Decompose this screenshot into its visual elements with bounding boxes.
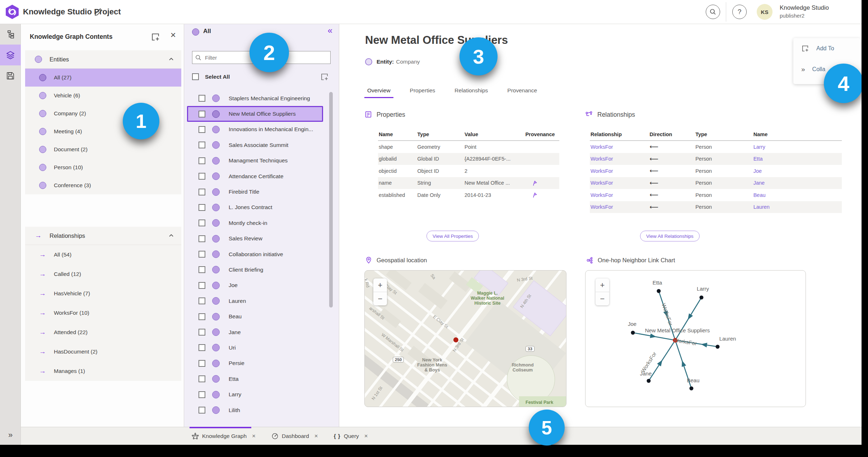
entity-type-row[interactable]: Person (10) xyxy=(25,158,181,176)
related-entity-link[interactable]: Larry xyxy=(753,144,842,150)
entity-location-marker[interactable] xyxy=(453,337,458,342)
relationship-type-row[interactable]: → Attended (22) xyxy=(25,323,181,342)
avatar[interactable]: KS xyxy=(757,4,773,20)
item-checkbox[interactable] xyxy=(199,126,205,133)
item-checkbox[interactable] xyxy=(199,173,205,180)
zoom-in-button[interactable]: + xyxy=(373,278,387,292)
item-checkbox[interactable] xyxy=(199,344,205,351)
item-checkbox[interactable] xyxy=(199,282,205,289)
search-button[interactable] xyxy=(706,5,720,19)
list-item[interactable]: Lauren xyxy=(187,293,323,309)
list-item[interactable]: Jane xyxy=(187,324,323,340)
list-item[interactable]: Firebird Title xyxy=(187,184,323,199)
relationship-type-row[interactable]: → All (54) xyxy=(25,245,181,264)
list-item[interactable]: Client Briefing xyxy=(187,262,323,277)
entities-section-header[interactable]: Entities xyxy=(25,50,181,69)
add-to-menu-item[interactable]: Add To xyxy=(793,38,860,59)
related-entity-link[interactable]: Lauren xyxy=(753,204,842,210)
list-item[interactable]: Sales Review xyxy=(187,231,323,246)
provenance-flag-icon[interactable] xyxy=(532,192,538,198)
item-checkbox[interactable] xyxy=(199,297,205,304)
relationship-type-link[interactable]: WorksFor xyxy=(590,156,650,162)
item-checkbox[interactable] xyxy=(199,375,205,382)
item-checkbox[interactable] xyxy=(199,189,205,195)
view-all-properties-button[interactable]: View All Properties xyxy=(426,231,479,241)
list-item[interactable]: Staplers Mechanical Engineering xyxy=(187,91,323,106)
detail-tab[interactable]: Properties xyxy=(408,87,438,98)
one-hop-link-chart[interactable]: EttaLarryJoeLaurenJaneBeauNew Metal Offi… xyxy=(585,270,806,407)
geospatial-map[interactable]: k RdW Clay StSaN 3rd StMaggie L. Walker … xyxy=(364,270,566,407)
relationship-type-row[interactable]: → WorksFor (10) xyxy=(25,303,181,323)
account-info[interactable]: Knowledge Studio publisher2 xyxy=(780,4,829,20)
select-all-row[interactable]: Select All xyxy=(192,73,230,80)
item-checkbox[interactable] xyxy=(199,95,205,102)
select-all-checkbox[interactable] xyxy=(192,73,199,80)
provenance-flag-icon[interactable] xyxy=(532,180,538,186)
add-selection-icon[interactable] xyxy=(320,73,329,81)
list-item[interactable]: Joe xyxy=(187,278,323,293)
contents-tool-button[interactable] xyxy=(0,45,21,65)
relationship-type-link[interactable]: WorksFor xyxy=(590,144,650,150)
list-item[interactable]: Beau xyxy=(187,309,323,324)
tab-knowledge-graph[interactable]: Knowledge Graph × xyxy=(192,433,256,440)
list-item[interactable]: Uri xyxy=(187,340,323,355)
chevron-up-icon[interactable] xyxy=(168,233,174,239)
item-checkbox[interactable] xyxy=(199,251,205,258)
list-item[interactable]: Managment Techniques xyxy=(187,153,323,169)
item-checkbox[interactable] xyxy=(199,313,205,320)
close-tab-icon[interactable]: × xyxy=(314,433,318,440)
expand-rail-button[interactable]: » xyxy=(0,430,21,440)
save-tool-button[interactable] xyxy=(0,65,21,86)
list-item[interactable]: Innovations in Mechanical Engin... xyxy=(187,122,323,137)
list-item[interactable]: Etta xyxy=(187,371,323,387)
relationship-type-row[interactable]: → Manages (1) xyxy=(25,361,181,381)
list-item[interactable]: New Metal Office Suppliers xyxy=(187,106,323,121)
list-scrollbar[interactable] xyxy=(329,92,333,308)
item-checkbox[interactable] xyxy=(199,391,205,398)
list-item[interactable]: Collaboration initiative xyxy=(187,246,323,262)
item-checkbox[interactable] xyxy=(199,157,205,164)
item-checkbox[interactable] xyxy=(199,220,205,226)
chevron-up-icon[interactable] xyxy=(168,56,174,62)
list-item[interactable]: Montly check-in xyxy=(187,215,323,231)
view-all-relationships-button[interactable]: View All Relationships xyxy=(640,231,700,241)
item-checkbox[interactable] xyxy=(199,142,205,148)
zoom-out-button[interactable]: − xyxy=(373,292,387,305)
close-tab-icon[interactable]: × xyxy=(364,433,368,440)
item-checkbox[interactable] xyxy=(199,329,205,336)
item-checkbox[interactable] xyxy=(199,235,205,242)
detail-tab[interactable]: Overview xyxy=(365,87,393,98)
relationship-type-link[interactable]: WorksFor xyxy=(590,192,650,198)
tab-query[interactable]: { } Query × xyxy=(334,433,368,440)
schema-tool-button[interactable] xyxy=(0,24,21,45)
relationship-type-link[interactable]: WorksFor xyxy=(590,204,650,210)
entity-type-row[interactable]: Document (2) xyxy=(25,140,181,158)
relationship-type-row[interactable]: → HasVehicle (7) xyxy=(25,284,181,303)
item-checkbox[interactable] xyxy=(199,407,205,414)
relationships-section-header[interactable]: → Relationships xyxy=(25,227,181,245)
edit-title-icon[interactable] xyxy=(94,7,103,17)
detail-tab[interactable]: Provenance xyxy=(505,87,539,98)
relationship-type-link[interactable]: WorksFor xyxy=(590,168,650,174)
list-item[interactable]: Attendance Certificate xyxy=(187,169,323,184)
help-button[interactable]: ? xyxy=(732,5,747,19)
zoom-in-button[interactable]: + xyxy=(596,278,609,292)
entity-type-row[interactable]: All (27) xyxy=(25,69,181,87)
related-entity-link[interactable]: Joe xyxy=(753,168,842,174)
detail-tab[interactable]: Relationships xyxy=(452,87,490,98)
item-checkbox[interactable] xyxy=(199,111,205,117)
relationship-type-row[interactable]: → Called (12) xyxy=(25,264,181,284)
item-checkbox[interactable] xyxy=(199,360,205,367)
related-entity-link[interactable]: Beau xyxy=(753,192,842,198)
relationship-type-row[interactable]: → HasDocument (2) xyxy=(25,342,181,361)
close-panel-icon[interactable]: × xyxy=(171,30,176,40)
list-item[interactable]: L. Jones Contract xyxy=(187,200,323,215)
relationship-type-link[interactable]: WorksFor xyxy=(590,180,650,186)
list-item[interactable]: Sales Associate Summit xyxy=(187,137,323,153)
zoom-out-button[interactable]: − xyxy=(596,292,609,305)
related-entity-link[interactable]: Etta xyxy=(753,156,842,162)
entity-type-row[interactable]: Vehicle (6) xyxy=(25,87,181,105)
add-to-new-map-icon[interactable] xyxy=(151,32,160,42)
item-checkbox[interactable] xyxy=(199,204,205,211)
close-tab-icon[interactable]: × xyxy=(252,433,256,440)
